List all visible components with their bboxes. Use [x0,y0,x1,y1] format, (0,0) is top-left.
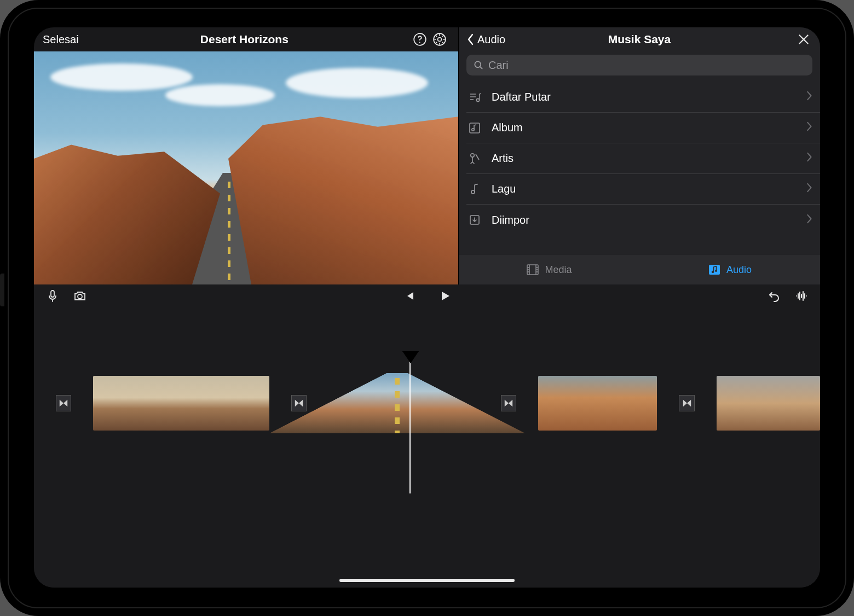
tab-label: Media [545,264,572,276]
category-list: Daftar Putar Album Artis [459,82,820,255]
search-icon [473,60,484,71]
filmstrip-icon [526,264,539,276]
chevron-right-icon [806,121,812,131]
svg-point-16 [78,294,82,299]
hardware-side-button [0,274,4,306]
camera-button[interactable] [70,286,90,306]
undo-icon [768,289,781,303]
play-button[interactable] [435,286,455,306]
transition-marker[interactable] [501,395,516,411]
transition-marker[interactable] [679,395,694,411]
skip-back-button[interactable] [399,286,419,306]
panel-header: Audio Musik Saya [459,27,820,51]
category-label: Artis [492,152,513,165]
song-icon [468,183,481,196]
svg-point-9 [471,190,475,194]
back-label: Audio [477,33,505,46]
category-artists[interactable]: Artis [466,143,820,174]
settings-button[interactable] [430,30,449,49]
gear-icon [432,32,447,47]
chevron-right-icon [806,214,812,224]
done-button[interactable]: Selesai [43,33,79,46]
tab-media[interactable]: Media [459,255,639,284]
chevron-right-icon [806,152,812,162]
microphone-icon [46,289,59,303]
transport-toolbar [34,284,820,307]
category-playlists[interactable]: Daftar Putar [466,82,820,113]
close-panel-button[interactable] [794,30,813,49]
help-button[interactable] [410,30,430,49]
transition-icon [294,398,304,408]
svg-rect-6 [470,123,480,133]
transition-marker[interactable] [291,395,307,411]
preview-header: Selesai Desert Horizons [34,27,458,51]
transition-icon [504,398,513,408]
help-icon [413,32,427,47]
ipad-bezel: Selesai Desert Horizons [8,8,846,608]
timeline-clip[interactable] [538,376,657,431]
playlist-icon [468,91,481,104]
transition-marker[interactable] [56,395,71,411]
app-screen: Selesai Desert Horizons [34,27,820,588]
back-button[interactable]: Audio [465,33,505,46]
timeline-clip[interactable] [717,376,820,431]
album-icon [468,121,481,135]
transition-icon [59,398,68,408]
tab-audio[interactable]: Audio [639,255,820,284]
timeline-clip[interactable] [328,376,478,431]
svg-point-3 [438,38,442,42]
panel-tabs: Media Audio [459,255,820,284]
category-imported[interactable]: Diimpor [466,205,820,235]
media-browser-panel: Audio Musik Saya Daf [458,27,820,284]
timeline-clip[interactable] [93,376,269,431]
category-label: Lagu [492,183,516,195]
skip-back-icon [402,289,416,303]
ipad-device: Selesai Desert Horizons [0,0,854,616]
close-icon [797,32,811,47]
chevron-right-icon [806,183,812,193]
panel-title: Musik Saya [459,33,820,46]
artist-icon [468,152,481,165]
video-preview[interactable] [34,51,458,284]
preview-frame [34,51,458,284]
audio-waveform-button[interactable] [792,286,811,306]
record-voiceover-button[interactable] [43,286,62,306]
search-input[interactable] [488,59,806,72]
svg-point-14 [715,270,717,272]
playhead[interactable] [409,353,411,493]
video-track[interactable] [56,373,820,433]
project-title: Desert Horizons [79,33,410,46]
tab-label: Audio [726,264,752,276]
category-label: Diimpor [492,214,529,226]
chevron-right-icon [806,91,812,101]
svg-point-1 [419,42,420,43]
play-icon [438,289,452,303]
waveform-icon [795,289,808,303]
camera-icon [73,289,86,303]
svg-rect-15 [51,290,54,297]
category-albums[interactable]: Album [466,113,820,143]
svg-rect-12 [709,265,720,275]
category-label: Album [492,121,523,134]
preview-column: Selesai Desert Horizons [34,27,458,284]
audio-icon [708,264,721,276]
search-field[interactable] [466,55,812,75]
transition-icon [682,398,692,408]
chevron-left-icon [465,33,476,46]
download-icon [468,213,481,226]
category-songs[interactable]: Lagu [466,174,820,205]
category-label: Daftar Putar [492,91,551,103]
undo-button[interactable] [764,286,784,306]
svg-point-5 [476,98,479,101]
timeline[interactable] [34,307,820,588]
home-indicator[interactable] [339,579,515,582]
